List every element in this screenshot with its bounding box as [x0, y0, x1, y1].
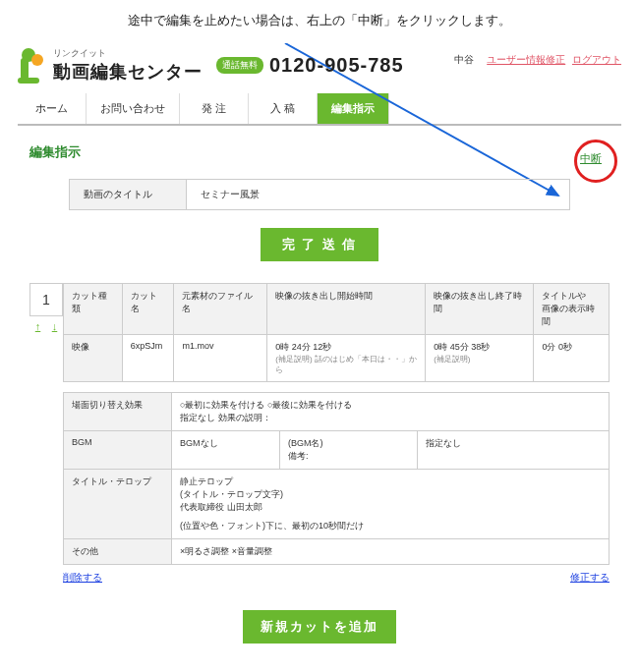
cell-name: 6xpSJm	[122, 335, 174, 382]
nav-order[interactable]: 発 注	[180, 93, 249, 124]
brand-sub: リンクイット	[53, 47, 203, 60]
th-file: 元素材のファイル名	[174, 284, 267, 335]
cut-number: 1	[29, 283, 63, 316]
cell-start: 0時 24分 12秒 (補足説明) 話のはじめ「本日は・・」から	[267, 335, 426, 382]
row-scene: 場面切り替え効果 ○最初に効果を付ける ○最後に効果を付ける 指定なし 効果の説…	[64, 393, 610, 431]
logout-link[interactable]: ログアウト	[572, 54, 621, 65]
edit-link[interactable]: 修正する	[570, 571, 610, 585]
user-name: 中谷	[454, 54, 474, 65]
title-value[interactable]: セミナー風景	[187, 179, 570, 210]
table-row: 映像 6xpSJm m1.mov 0時 24分 12秒 (補足説明) 話のはじめ…	[64, 335, 610, 382]
th-name: カット名	[122, 284, 174, 335]
user-edit-link[interactable]: ユーザー情報修正	[487, 54, 565, 65]
cut-block: 1 ↑ ↓ カット種類 カット名 元素材のファイル名 映像の抜き出し開始時間 映…	[29, 283, 610, 382]
cell-end: 0時 45分 38秒 (補足説明)	[426, 335, 534, 382]
cut-table: カット種類 カット名 元素材のファイル名 映像の抜き出し開始時間 映像の抜き出し…	[63, 283, 610, 382]
row-other: その他 ×明るさ調整 ×音量調整	[64, 539, 610, 565]
th-start: 映像の抜き出し開始時間	[267, 284, 426, 335]
nav-edit-instruction[interactable]: 編集指示	[318, 93, 389, 124]
submit-button[interactable]: 完 了 送 信	[261, 228, 379, 261]
nav-tabs: ホーム お問い合わせ 発 注 入 稿 編集指示	[18, 93, 621, 126]
th-end: 映像の抜き出し終了時間	[426, 284, 534, 335]
nav-submit[interactable]: 入 稿	[249, 93, 318, 124]
detail-table: 場面切り替え効果 ○最初に効果を付ける ○最後に効果を付ける 指定なし 効果の説…	[63, 392, 610, 565]
cancel-link[interactable]: 中断	[580, 152, 602, 164]
cell-type: 映像	[64, 335, 123, 382]
title-row: 動画のタイトル セミナー風景	[69, 179, 570, 210]
section-title: 編集指示	[29, 143, 610, 161]
th-type: カット種類	[64, 284, 123, 335]
title-label: 動画のタイトル	[69, 179, 187, 210]
instruction-note: 途中で編集を止めたい場合は、右上の「中断」をクリックします。	[0, 0, 639, 47]
user-area: 中谷 ユーザー情報修正 ログアウト	[454, 53, 621, 67]
move-up-icon[interactable]: ↑	[35, 320, 41, 332]
th-duration: タイトルや 画像の表示時間	[534, 284, 610, 335]
tel-badge: 通話無料	[216, 57, 263, 74]
tel-number: 0120-905-785	[269, 54, 404, 77]
bottom-links: 削除する 修正する	[63, 571, 610, 585]
nav-home[interactable]: ホーム	[18, 93, 87, 124]
cell-duration: 0分 0秒	[534, 335, 610, 382]
header: リンクイット 動画編集センター 通話無料 0120-905-785 中谷 ユーザ…	[0, 47, 639, 93]
brand-main: 動画編集センター	[53, 60, 203, 84]
nav-contact[interactable]: お問い合わせ	[87, 93, 180, 124]
row-bgm: BGM BGMなし (BGM名) 備考: 指定なし	[64, 431, 610, 470]
add-cut-button[interactable]: 新規カットを追加	[243, 610, 396, 644]
cell-file: m1.mov	[174, 335, 267, 382]
move-down-icon[interactable]: ↓	[52, 320, 58, 332]
brand: リンクイット 動画編集センター	[53, 47, 203, 84]
delete-link[interactable]: 削除する	[63, 571, 102, 585]
logo-icon	[18, 48, 45, 84]
row-telop: タイトル・テロップ 静止テロップ (タイトル・テロップ文字) 代表取締役 山田太…	[64, 470, 610, 539]
